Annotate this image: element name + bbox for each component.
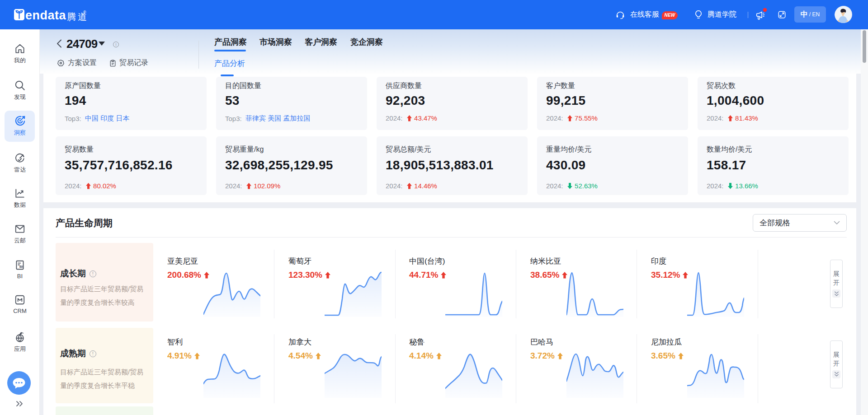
svg-text:BI: BI <box>19 265 23 269</box>
